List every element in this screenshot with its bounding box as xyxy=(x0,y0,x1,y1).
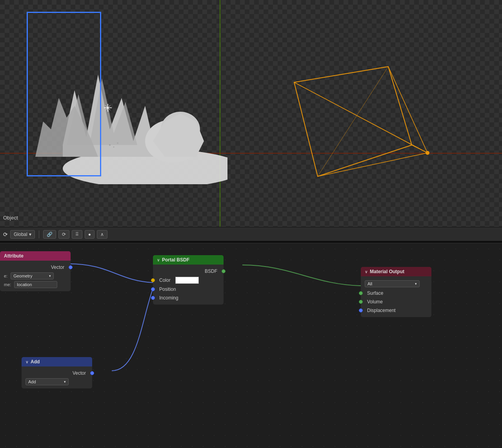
type-label: e: xyxy=(4,274,7,278)
svg-point-9 xyxy=(117,142,118,144)
portal-chevron: ∨ xyxy=(157,258,160,262)
displacement-input-socket xyxy=(359,308,363,312)
add-type-value: Add xyxy=(28,379,36,384)
volume-input-row: Volume xyxy=(361,297,431,306)
add-chevron: ∨ xyxy=(25,360,28,364)
add-vector-socket xyxy=(90,371,94,375)
3d-viewport[interactable]: Object ⟳ Global ▾ 🔗 ⟳ ⠿ ● ∧ xyxy=(0,0,502,241)
geometry-dropdown[interactable]: Geometry ▾ xyxy=(11,272,54,279)
material-output-body: All ▾ Surface Volume Displacement xyxy=(361,276,431,317)
location-field[interactable]: location xyxy=(14,281,57,288)
svg-line-20 xyxy=(294,82,412,145)
location-value: location xyxy=(17,282,32,287)
bsdf-output-row: BSDF xyxy=(153,267,224,276)
attribute-node-title: Attribute xyxy=(4,253,24,259)
volume-label: Volume xyxy=(367,299,383,305)
svg-point-8 xyxy=(113,147,115,148)
material-output-node: ∨ Material Output All ▾ Surface Volume xyxy=(361,267,431,317)
svg-line-17 xyxy=(388,67,427,153)
viewport-toolbar: ⟳ Global ▾ 🔗 ⟳ ⠿ ● ∧ xyxy=(0,227,502,241)
add-node-title: Add xyxy=(31,359,40,365)
all-arrow: ▾ xyxy=(415,282,417,286)
global-mode-label: Global xyxy=(14,232,27,237)
bsdf-label: BSDF xyxy=(205,268,217,274)
bsdf-output-socket xyxy=(222,269,226,273)
svg-line-18 xyxy=(412,145,427,153)
volume-input-socket xyxy=(359,300,363,304)
material-chevron: ∨ xyxy=(365,270,367,274)
color-input-label: Color xyxy=(159,278,171,283)
render-btn[interactable]: ∧ xyxy=(97,230,107,239)
material-output-title: Material Output xyxy=(370,269,404,274)
add-vector-label: Vector xyxy=(73,370,86,376)
portal-bsdf-body: BSDF Color Position Incoming xyxy=(153,265,224,305)
add-type-dropdown[interactable]: Add ▾ xyxy=(25,378,69,385)
mode-arrow: ▾ xyxy=(29,232,31,237)
add-vector-output: Vector xyxy=(22,369,92,377)
svg-line-21 xyxy=(318,67,388,176)
attribute-vector-output: Vector xyxy=(0,263,71,272)
portal-bsdf-header: ∨ Portal BSDF xyxy=(153,255,224,265)
displacement-label: Displacement xyxy=(367,308,396,313)
svg-line-19 xyxy=(318,153,427,176)
geometry-value: Geometry xyxy=(13,274,32,278)
attribute-node: Attribute Vector e: Geometry ▾ me: locat… xyxy=(0,251,71,291)
attribute-node-body: Vector e: Geometry ▾ me: location xyxy=(0,261,71,291)
all-dropdown[interactable]: All ▾ xyxy=(365,280,420,287)
transform-icon: ⟳ xyxy=(3,231,8,238)
object-mode-label: Object xyxy=(3,215,18,221)
displacement-input-row: Displacement xyxy=(361,306,431,315)
node-editor[interactable]: Attribute Vector e: Geometry ▾ me: locat… xyxy=(0,243,502,448)
all-value: All xyxy=(367,281,372,286)
surface-input-socket xyxy=(359,291,363,295)
overlay-btn[interactable]: ⠿ xyxy=(72,230,82,239)
surface-label: Surface xyxy=(367,290,383,296)
attribute-node-header: Attribute xyxy=(0,251,71,261)
dropdown-arrow: ▾ xyxy=(49,274,51,278)
link-btn[interactable]: 🔗 xyxy=(43,230,56,239)
separator xyxy=(39,230,39,238)
add-node-body: Vector Add ▾ xyxy=(22,366,92,388)
color-swatch[interactable] xyxy=(175,277,199,284)
color-input-row: Color xyxy=(153,276,224,285)
surface-input-row: Surface xyxy=(361,289,431,297)
name-label: me: xyxy=(4,282,11,287)
position-input-socket xyxy=(151,287,155,291)
incoming-input-socket xyxy=(151,296,155,300)
vector-label: Vector xyxy=(51,265,64,270)
shading-btn[interactable]: ● xyxy=(85,230,95,239)
add-node: ∨ Add Vector Add ▾ xyxy=(22,357,92,388)
color-input-socket xyxy=(151,278,155,282)
vector-output-socket xyxy=(69,265,73,269)
material-output-header: ∨ Material Output xyxy=(361,267,431,276)
add-node-header: ∨ Add xyxy=(22,357,92,366)
portal-bsdf-title: Portal BSDF xyxy=(162,257,189,263)
svg-point-7 xyxy=(109,144,111,146)
attribute-name-row: me: location xyxy=(0,280,71,289)
camera-frame xyxy=(27,12,101,176)
position-input-row: Position xyxy=(153,285,224,294)
portal-bsdf-node: ∨ Portal BSDF BSDF Color Position xyxy=(153,255,224,305)
material-output-dropdown-row: All ▾ xyxy=(361,279,431,289)
camera-wireframe xyxy=(271,59,435,208)
refresh-btn[interactable]: ⟳ xyxy=(58,230,69,239)
add-dropdown-row: Add ▾ xyxy=(22,377,92,386)
attribute-type-row: e: Geometry ▾ xyxy=(0,272,71,280)
incoming-input-row: Incoming xyxy=(153,294,224,302)
add-dropdown-arrow: ▾ xyxy=(64,380,66,384)
incoming-label: Incoming xyxy=(159,295,178,301)
position-label: Position xyxy=(159,287,176,292)
global-dropdown[interactable]: Global ▾ xyxy=(10,230,35,239)
